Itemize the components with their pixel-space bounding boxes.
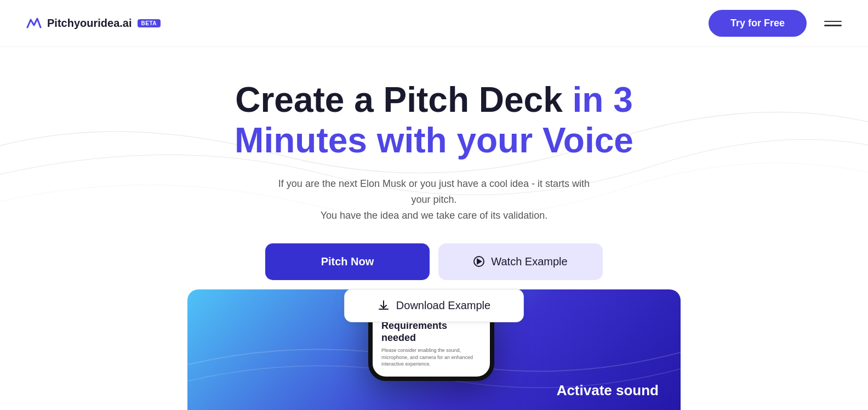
try-for-free-button[interactable]: Try for Free [709, 10, 807, 37]
hero-section: Create a Pitch Deck in 3 Minutes with yo… [0, 47, 868, 322]
beta-badge: BETA [138, 19, 161, 27]
download-example-button[interactable]: Download Example [344, 289, 524, 322]
hero-subtitle-line1: If you are the next Elon Musk or you jus… [278, 178, 590, 205]
logo-area: Pitchyouridea.ai BETA [26, 17, 161, 30]
download-icon [378, 299, 390, 311]
watch-example-label: Watch Example [491, 255, 567, 268]
hamburger-menu-button[interactable] [824, 21, 842, 26]
play-icon [473, 256, 484, 267]
play-triangle [477, 258, 482, 265]
pitch-now-button[interactable]: Pitch Now [265, 243, 430, 280]
logo-icon [26, 18, 42, 30]
hero-title-part1: Create a Pitch Deck [235, 80, 572, 119]
menu-line-2 [824, 25, 842, 26]
menu-line-1 [824, 21, 842, 22]
activate-sound-text: Activate sound [557, 382, 659, 399]
header-right: Try for Free [709, 10, 842, 37]
phone-requirements-desc: Please consider enabling the sound, micr… [381, 347, 481, 368]
logo-text: Pitchyouridea.ai [47, 17, 132, 30]
watch-example-button[interactable]: Watch Example [438, 243, 603, 280]
hero-title-highlight: in 3 [573, 80, 633, 119]
hero-title: Create a Pitch Deck in 3 Minutes with yo… [235, 80, 633, 161]
cta-row: Pitch Now Watch Example [265, 243, 603, 280]
hero-title-part3: Minutes with your Voice [235, 121, 633, 160]
download-example-label: Download Example [396, 299, 490, 312]
phone-requirements-title: Requirements needed [381, 320, 481, 344]
hero-subtitle: If you are the next Elon Musk or you jus… [275, 176, 593, 223]
header: Pitchyouridea.ai BETA Try for Free [0, 0, 868, 47]
hero-subtitle-line2: You have the idea and we take care of it… [321, 210, 548, 221]
